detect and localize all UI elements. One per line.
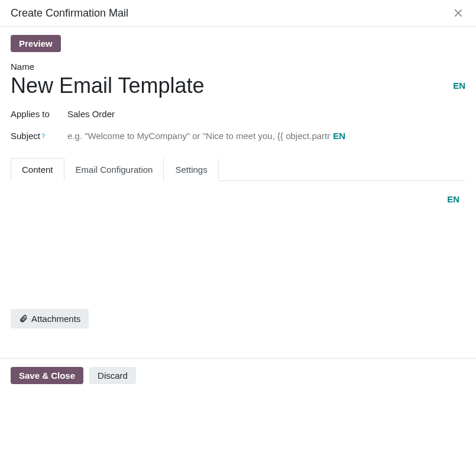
modal-footer: Save & Close Discard (0, 358, 476, 392)
applies-to-value[interactable]: Sales Order (67, 109, 115, 119)
modal-title: Create Confirmation Mail (11, 7, 128, 20)
modal-body: Preview Name New Email Template EN Appli… (0, 27, 476, 358)
content-language-button[interactable]: EN (11, 194, 459, 204)
subject-language-button[interactable]: EN (333, 131, 345, 141)
modal-header: Create Confirmation Mail (0, 0, 476, 27)
applies-to-label: Applies to (11, 109, 67, 119)
subject-row: Subject ? EN (11, 131, 465, 141)
subject-label: Subject ? (11, 131, 67, 141)
tab-label: Settings (175, 165, 207, 175)
name-label: Name (11, 62, 465, 72)
tab-label: Email Configuration (76, 165, 153, 175)
close-icon (453, 8, 464, 18)
attachments-label: Attachments (31, 314, 80, 324)
help-icon[interactable]: ? (41, 133, 45, 140)
tab-label: Content (22, 165, 53, 175)
save-close-button[interactable]: Save & Close (11, 367, 83, 384)
discard-label: Discard (98, 370, 128, 381)
applies-to-row: Applies to Sales Order (11, 109, 465, 119)
tab-settings[interactable]: Settings (164, 158, 218, 181)
content-area[interactable]: EN (11, 181, 465, 299)
subject-label-text: Subject (11, 131, 40, 141)
preview-button-label: Preview (19, 38, 53, 49)
subject-input[interactable] (67, 131, 331, 141)
name-language-button[interactable]: EN (453, 80, 465, 91)
attachments-button[interactable]: Attachments (11, 309, 89, 328)
save-close-label: Save & Close (19, 370, 75, 381)
close-button[interactable] (451, 6, 465, 20)
paperclip-icon (19, 314, 28, 323)
tab-content[interactable]: Content (11, 158, 64, 181)
modal-dialog: Create Confirmation Mail Preview Name Ne… (0, 0, 476, 392)
name-input[interactable]: New Email Template (11, 73, 447, 98)
tab-email-configuration[interactable]: Email Configuration (64, 158, 164, 181)
discard-button[interactable]: Discard (89, 367, 136, 384)
tabs: Content Email Configuration Settings (11, 157, 465, 181)
preview-button[interactable]: Preview (11, 35, 61, 52)
name-row: New Email Template EN (11, 73, 465, 98)
